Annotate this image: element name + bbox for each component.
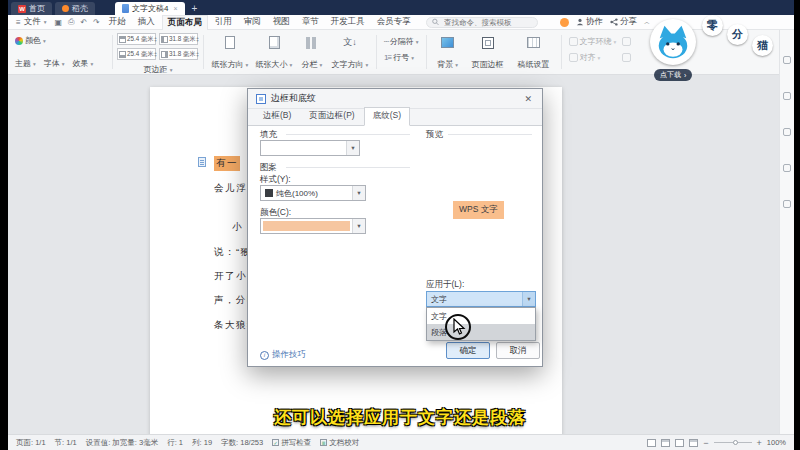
fonts-button[interactable]: 字体▾ — [41, 57, 68, 70]
bookmark-icon — [198, 157, 206, 167]
style-dropdown[interactable]: 纯色(100%) ▼ — [260, 185, 366, 201]
dialog-title: 边框和底纹 — [271, 92, 316, 105]
search-icon — [432, 18, 439, 26]
spinner-icon[interactable]: ▴▾ — [155, 51, 157, 57]
background-button[interactable]: 背景▾ — [431, 32, 465, 72]
margins-button[interactable]: 页边距 ▾ — [117, 64, 199, 75]
status-right-cluster: − + 100% — [647, 438, 786, 447]
share-button[interactable]: 分享 — [610, 16, 637, 28]
page-border-button[interactable]: 页面边框 — [465, 32, 511, 72]
tips-link[interactable]: i 操作技巧 — [260, 349, 306, 361]
chevron-down-icon: ▾ — [320, 62, 323, 68]
effects-button[interactable]: 效果▾ — [70, 57, 97, 70]
tab-document[interactable]: 文字文稿4 × — [115, 2, 185, 15]
status-setting: 设置值: 加宽量: 3毫米 — [86, 438, 159, 448]
columns-button[interactable]: 分栏▾ — [296, 32, 328, 72]
paper-size-button[interactable]: 纸张大小▾ — [252, 32, 296, 72]
close-tab-icon[interactable]: × — [173, 5, 177, 12]
menu-item-start[interactable]: 开始 — [104, 15, 131, 30]
save-icon[interactable]: ▣ — [52, 18, 64, 27]
menu-item-view[interactable]: 视图 — [268, 15, 295, 30]
dialog-title-bar[interactable]: 边框和底纹 ✕ — [248, 89, 542, 109]
margin-bottom-field[interactable]: 25.4 毫米 ▴▾ — [117, 48, 156, 60]
undo-icon[interactable]: ↶ — [78, 18, 89, 27]
spinner-icon[interactable]: ▴▾ — [197, 36, 199, 42]
rotate-icon — [622, 53, 631, 62]
menu-item-member[interactable]: 会员专享 — [372, 15, 416, 30]
breaks-button[interactable]: ┄ 分隔符▾ — [381, 35, 422, 48]
chevron-down-icon[interactable]: ▼ — [522, 292, 535, 306]
tab-home[interactable]: W 首页 — [11, 2, 52, 15]
option-paragraph[interactable]: 段落 — [427, 324, 535, 340]
document-text: 开了小 — [214, 270, 247, 283]
file-menu-button[interactable]: ≡ 文件 ▾ — [12, 16, 50, 28]
menu-item-page-layout[interactable]: 页面布局 — [162, 15, 208, 30]
zoom-out-button[interactable]: − — [703, 439, 708, 447]
new-tab-button[interactable]: + — [185, 2, 205, 15]
arrange-group: 文字环绕▾ 对齐▾ — [566, 32, 620, 72]
fullscreen-view-icon[interactable] — [689, 439, 698, 447]
text-direction-button[interactable]: 文↓ 文字方向▾ — [328, 32, 372, 72]
paper-orientation-button[interactable]: 纸张方向▾ — [208, 32, 252, 72]
print-icon[interactable]: ⎙ — [66, 17, 76, 27]
apply-to-label: 应用于(L): — [426, 279, 464, 291]
cancel-button[interactable]: 取消 — [496, 342, 540, 359]
chevron-down-icon[interactable]: ▼ — [346, 141, 359, 155]
ok-button[interactable]: 确定 — [446, 342, 490, 359]
status-word-count[interactable]: 字数: 18/253 — [221, 438, 263, 448]
color-dropdown[interactable]: ▼ — [260, 218, 366, 234]
spinner-icon[interactable]: ▴▾ — [197, 51, 199, 57]
tab-docer-label: 稻壳 — [72, 3, 88, 14]
margin-top-field[interactable]: 25.4 毫米 ▴▾ — [117, 33, 156, 45]
outline-view-icon[interactable] — [661, 439, 670, 447]
grid-paper-button[interactable]: 稿纸设置 — [511, 32, 557, 72]
search-input[interactable] — [442, 17, 532, 28]
apply-to-dropdown[interactable]: 文字 ▼ — [426, 291, 536, 307]
chevron-down-icon: ▾ — [62, 61, 65, 67]
chevron-down-icon: ▾ — [44, 19, 47, 25]
avatar[interactable] — [560, 18, 569, 27]
web-view-icon[interactable] — [675, 439, 684, 447]
menu-item-insert[interactable]: 插入 — [133, 15, 160, 30]
margin-left-field[interactable]: 31.8 毫米 ▴▾ — [159, 33, 198, 45]
chevron-down-icon[interactable]: ▼ — [352, 186, 365, 200]
sidebar-tool-icon[interactable] — [783, 164, 791, 172]
command-search[interactable] — [426, 17, 538, 28]
menu-item-review[interactable]: 审阅 — [239, 15, 266, 30]
chevron-down-icon[interactable]: ▼ — [352, 219, 365, 233]
close-icon[interactable]: ✕ — [522, 94, 534, 104]
spinner-icon[interactable]: ▴▾ — [155, 36, 157, 42]
status-row: 行: 1 — [167, 438, 183, 448]
chevron-down-icon: ▾ — [455, 62, 458, 68]
tab-borders[interactable]: 边框(B) — [254, 107, 300, 126]
zoom-level[interactable]: 100% — [767, 438, 786, 447]
sidebar-tool-icon[interactable] — [783, 92, 791, 100]
sidebar-tool-icon[interactable] — [783, 200, 791, 208]
collaborate-button[interactable]: 协作 — [576, 16, 603, 28]
option-text[interactable]: 文字 — [427, 308, 535, 324]
menu-item-section[interactable]: 章节 — [297, 15, 324, 30]
redo-icon[interactable]: ↷ — [91, 18, 102, 27]
theme-button[interactable]: 主题▾ — [12, 57, 39, 70]
line-numbers-button[interactable]: 1≡ 行号▾ — [381, 51, 422, 64]
colors-button[interactable]: 颜色▾ — [12, 34, 49, 47]
menu-item-references[interactable]: 引用 — [210, 15, 237, 30]
tab-shading[interactable]: 底纹(S) — [364, 107, 410, 126]
dialog-body: 填充 ▼ 图案 样式(Y): 纯色(100%) ▼ 颜色(C): ▼ 预览 WP… — [248, 126, 542, 366]
spell-check-toggle[interactable]: ✓ 拼写检查 — [272, 438, 311, 448]
menu-item-dev-tools[interactable]: 开发工具 — [326, 15, 370, 30]
margin-right-field[interactable]: 31.8 毫米 ▴▾ — [159, 48, 198, 60]
page-view-icon[interactable] — [647, 439, 656, 447]
zoom-slider[interactable] — [714, 442, 752, 443]
mascot-download-badge: 点下载 › — [654, 69, 692, 81]
zoom-slider-knob[interactable] — [733, 440, 738, 445]
status-bar: 页面: 1/1 节: 1/1 设置值: 加宽量: 3毫米 行: 1 列: 19 … — [8, 434, 794, 450]
fill-dropdown[interactable]: ▼ — [260, 140, 360, 156]
tab-docer[interactable]: 稻壳 — [55, 2, 95, 15]
tab-page-border[interactable]: 页面边框(P) — [300, 107, 363, 126]
zoom-in-button[interactable]: + — [757, 439, 762, 447]
chevron-down-icon: ▾ — [91, 61, 94, 67]
background-image-icon — [441, 37, 454, 48]
sidebar-tool-icon[interactable] — [783, 128, 791, 136]
proofread-toggle[interactable]: ≣ 文档校对 — [320, 438, 359, 448]
